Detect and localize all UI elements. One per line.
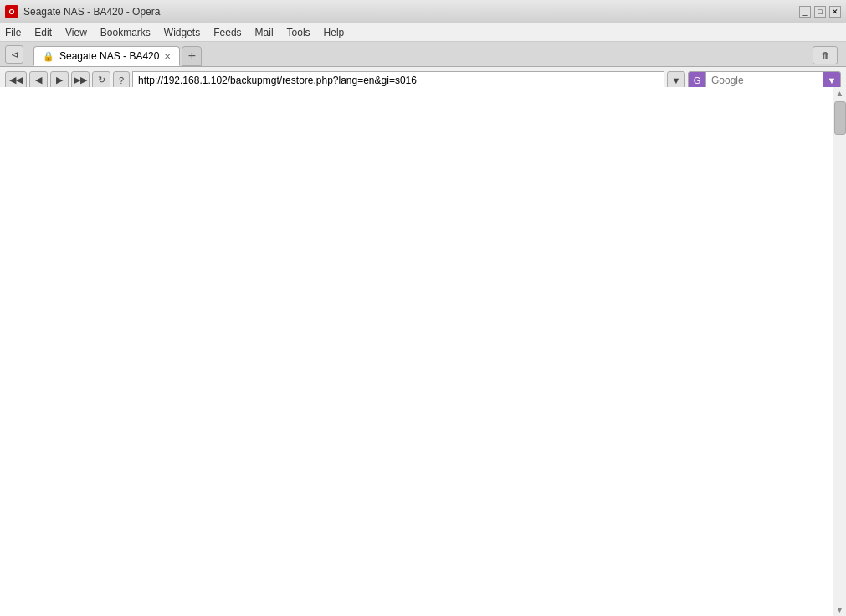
- window-controls[interactable]: _ □ ✕: [799, 6, 841, 18]
- tab-favicon: 🔒: [43, 51, 54, 62]
- menu-widgets[interactable]: Widgets: [164, 27, 200, 38]
- menu-feeds[interactable]: Feeds: [213, 27, 241, 38]
- menu-bookmarks[interactable]: Bookmarks: [100, 27, 151, 38]
- menu-file[interactable]: File: [5, 27, 21, 38]
- trash-button[interactable]: 🗑: [813, 46, 838, 64]
- menu-view[interactable]: View: [65, 27, 87, 38]
- menu-help[interactable]: Help: [324, 27, 345, 38]
- menu-tools[interactable]: Tools: [287, 27, 310, 38]
- scroll-up-button[interactable]: ▲: [833, 87, 846, 94]
- browser-icon: O: [5, 5, 18, 18]
- browser-titlebar: O Seagate NAS - BA420 - Opera _ □ ✕: [0, 0, 846, 23]
- tab-label: Seagate NAS - BA420: [59, 50, 159, 62]
- close-button[interactable]: ✕: [829, 6, 841, 18]
- browser-tab[interactable]: 🔒 Seagate NAS - BA420 ✕: [33, 46, 180, 66]
- menu-bar: File Edit View Bookmarks Widgets Feeds M…: [0, 23, 846, 42]
- site-header: Seagate Welcome admin | Help | Logout: [0, 87, 833, 94]
- new-tab-button[interactable]: +: [182, 46, 202, 66]
- menu-edit[interactable]: Edit: [34, 27, 52, 38]
- tab-close-button[interactable]: ✕: [164, 52, 171, 61]
- menu-mail[interactable]: Mail: [255, 27, 274, 38]
- minimize-button[interactable]: _: [799, 6, 811, 18]
- nav-home-button[interactable]: ⊲: [5, 45, 23, 64]
- maximize-button[interactable]: □: [814, 6, 826, 18]
- vertical-scrollbar[interactable]: ▲ ▼: [833, 87, 846, 94]
- tab-bar: ⊲ 🔒 Seagate NAS - BA420 ✕ + 🗑: [0, 42, 846, 67]
- browser-title: Seagate NAS - BA420 - Opera: [23, 6, 799, 18]
- page-content: Seagate Welcome admin | Help | Logout SY…: [0, 87, 833, 94]
